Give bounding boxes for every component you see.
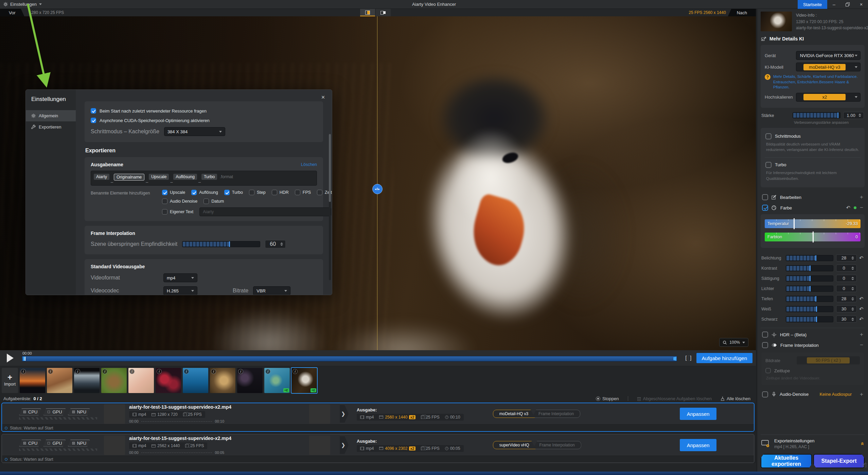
shadows-slider[interactable] <box>786 296 833 302</box>
blacks-slider[interactable] <box>786 316 833 322</box>
tab-before[interactable]: Vor <box>0 9 24 16</box>
highlights-stepper[interactable]: 0 <box>836 285 857 292</box>
dialog-close-button[interactable]: × <box>319 93 327 101</box>
custom-text-input[interactable] <box>199 207 331 216</box>
clip-thumbnail-4[interactable]: i <box>101 368 127 393</box>
hue-slider[interactable]: Farbton 0 <box>765 233 861 241</box>
ask-resource-checkbox[interactable] <box>91 108 96 114</box>
info-icon[interactable]: i <box>102 369 107 374</box>
blacks-stepper[interactable]: 30 <box>836 316 857 323</box>
info-icon[interactable]: i <box>157 369 162 374</box>
view-split-button[interactable] <box>376 9 391 16</box>
whites-stepper[interactable]: 30 <box>836 305 857 312</box>
compare-divider-line[interactable] <box>377 16 377 350</box>
clip-thumbnail-7[interactable]: i <box>183 368 208 393</box>
video-codec-dropdown[interactable]: H.265 <box>163 286 197 295</box>
clip-thumbnail-1[interactable]: i <box>20 368 45 393</box>
trim-in-button[interactable]: [ <box>685 355 687 361</box>
export-settings-row[interactable]: Exporteinstellungen mp4 [ H.265, AAC ] « <box>761 435 865 453</box>
frame-interpolation-checkbox[interactable] <box>762 342 768 348</box>
nav-general[interactable]: Allgemein <box>26 110 76 121</box>
undo-icon[interactable]: ↶ <box>859 296 864 302</box>
double-chevron-up-icon[interactable]: « <box>859 442 866 445</box>
undo-icon[interactable]: ↶ <box>846 205 850 211</box>
edit-section-row[interactable]: Bearbeiten + <box>761 191 865 204</box>
frame-interpolation-row[interactable]: Frame Interpolation − <box>761 341 865 352</box>
scene-skip-stepper[interactable]: 60 <box>265 240 286 248</box>
audio-denoise-checkbox[interactable] <box>762 391 768 397</box>
info-icon[interactable]: i <box>48 369 53 374</box>
bitrate-dropdown[interactable]: VBR <box>253 286 290 295</box>
opt-resolution-checkbox[interactable] <box>191 190 197 195</box>
view-single-button[interactable] <box>360 9 375 16</box>
cuda-pool-checkbox[interactable] <box>91 118 96 123</box>
name-token[interactable]: Turbo <box>201 174 217 180</box>
name-token[interactable]: Auflösung <box>173 174 197 180</box>
tile-size-dropdown[interactable]: 384 X 384 <box>164 127 225 136</box>
resize-grip[interactable] <box>862 463 867 468</box>
opt-upscale-checkbox[interactable] <box>162 190 167 195</box>
task-row[interactable]: CPU GPU NPU aiarty-for-test-13-suggest-s… <box>1 403 755 432</box>
opt-customtext-checkbox[interactable] <box>162 209 167 215</box>
clip-thumbnail-3[interactable]: i <box>74 368 100 393</box>
opt-audiodenoise-checkbox[interactable] <box>162 199 167 204</box>
plus-icon[interactable]: + <box>860 391 863 398</box>
seek-end-marker[interactable] <box>673 357 676 361</box>
opt-turbo-checkbox[interactable] <box>224 190 230 195</box>
whites-slider[interactable] <box>786 306 833 312</box>
stepmode-checkbox[interactable] <box>765 133 772 139</box>
dialog-scrollbar[interactable] <box>329 134 331 280</box>
export-current-button[interactable]: Aktuelles exportieren <box>761 454 812 468</box>
seek-bar[interactable] <box>22 356 677 361</box>
saturation-slider[interactable] <box>786 275 833 282</box>
undo-icon[interactable]: ↶ <box>859 316 864 322</box>
minimize-button[interactable]: – <box>827 0 841 9</box>
plus-icon[interactable]: + <box>860 331 863 338</box>
home-button[interactable]: Startseite <box>798 0 827 9</box>
clear-completed-button[interactable]: Abgeschlossene Aufgaben löschen <box>637 396 712 401</box>
adjust-button[interactable]: Anpassen <box>680 439 716 451</box>
info-icon[interactable]: i <box>184 369 189 374</box>
color-checkbox[interactable] <box>762 205 768 211</box>
import-button[interactable]: + Import <box>2 368 18 393</box>
strength-slider[interactable] <box>793 112 840 118</box>
restore-button[interactable] <box>841 0 854 9</box>
info-icon[interactable]: i <box>238 369 243 374</box>
opt-slowmo-checkbox[interactable] <box>317 190 322 195</box>
highlights-slider[interactable] <box>786 286 833 292</box>
opt-date-checkbox[interactable] <box>203 199 209 204</box>
minus-icon[interactable]: − <box>860 204 863 211</box>
name-token[interactable]: Aiarty <box>94 174 109 180</box>
output-name-field[interactable]: Aiarty_ Originalname_ Upscale_ Auflösung… <box>91 171 317 186</box>
contrast-stepper[interactable]: 0 <box>836 265 857 272</box>
undo-icon[interactable]: ↶ <box>859 306 864 312</box>
strength-stepper[interactable]: 1.00 <box>843 112 864 119</box>
info-icon[interactable]: i <box>265 369 270 374</box>
adjust-button[interactable]: Anpassen <box>680 408 716 420</box>
temperature-slider[interactable]: Temperatur -29.33 <box>765 219 861 228</box>
info-icon[interactable]: i <box>211 369 216 374</box>
batch-export-button[interactable]: Stapel-Export <box>813 454 865 468</box>
clear-all-button[interactable]: Alle löschen <box>721 396 750 401</box>
nav-export[interactable]: Exportieren <box>26 121 76 133</box>
device-dropdown[interactable]: NVIDIA GeForce RTX 3060 <box>796 51 861 60</box>
saturation-stepper[interactable]: 0 <box>836 275 857 282</box>
info-icon[interactable]: i <box>21 369 26 374</box>
hdr-checkbox[interactable] <box>762 332 768 338</box>
scene-skip-slider[interactable] <box>182 241 260 247</box>
compare-split-handle[interactable]: ◂‖▸ <box>372 184 383 194</box>
upscale-dropdown[interactable]: x2 <box>796 93 861 102</box>
info-icon[interactable]: i <box>293 369 298 374</box>
exposure-stepper[interactable]: 28 <box>836 254 857 261</box>
color-section-row[interactable]: Farbe ↶ − <box>761 204 865 214</box>
info-icon[interactable]: i <box>129 369 135 374</box>
edit-checkbox[interactable] <box>762 194 768 200</box>
shadows-stepper[interactable]: 28 <box>836 295 857 302</box>
audio-denoise-row[interactable]: Audio-Denoise Keine Audiospur + <box>761 388 865 401</box>
playhead[interactable] <box>23 357 25 361</box>
add-task-button[interactable]: Aufgabe hinzufügen <box>696 353 752 363</box>
settings-menu[interactable]: Einstellungen <box>0 0 45 9</box>
opt-fps-checkbox[interactable] <box>295 190 300 195</box>
turbo-checkbox[interactable] <box>765 162 772 168</box>
clip-thumbnail-11-selected[interactable]: i+E <box>291 368 317 393</box>
